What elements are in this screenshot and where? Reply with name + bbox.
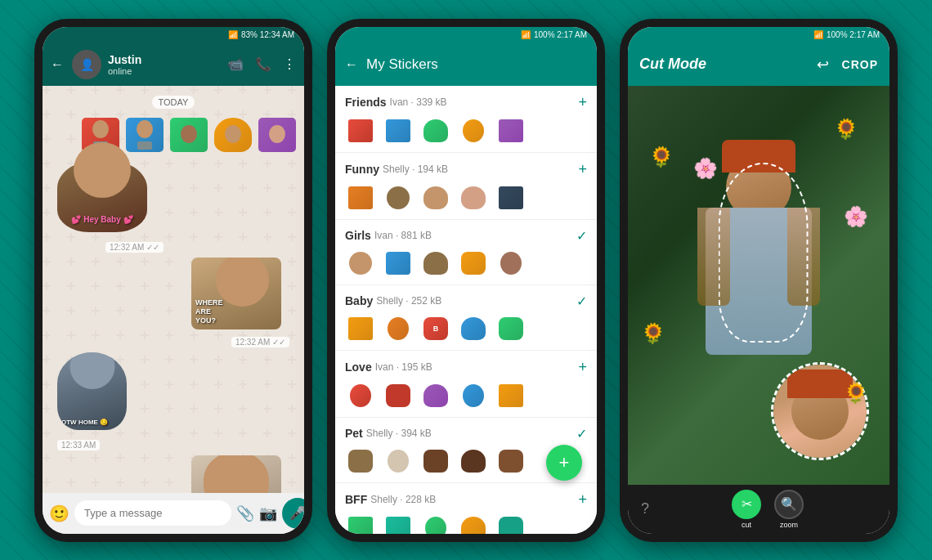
person-body (706, 208, 812, 355)
mini-sticker (383, 448, 414, 474)
back-icon[interactable]: ← (51, 57, 64, 72)
signal-icon-2: 📶 (521, 30, 531, 39)
attach-icon[interactable]: 📎 (236, 504, 254, 522)
contact-status: online (108, 66, 221, 76)
mini-sticker (495, 448, 526, 474)
cut-icon[interactable]: ✂ (732, 490, 761, 519)
status-bar-1: 📶 83% 12:34 AM (43, 27, 304, 43)
mini-sticker (383, 118, 414, 144)
fab-button[interactable]: + (546, 445, 582, 481)
mini-sticker (458, 250, 489, 276)
mini-sticker (345, 185, 376, 211)
otw-sticker-msg: OTW HOME 😏 12:33 AM (57, 352, 139, 450)
hat-brim (722, 140, 795, 172)
pack-info-funny: Shelly · 194 kB (383, 164, 448, 175)
pack-check-girls[interactable]: ✓ (576, 228, 587, 244)
voice-call-icon[interactable]: 📞 (255, 56, 271, 72)
emoji-icon[interactable]: 🙂 (49, 504, 69, 523)
zoom-button[interactable]: 🔍 zoom (774, 490, 804, 529)
mini-sticker (420, 118, 451, 144)
zoomed-face (773, 365, 867, 458)
mini-sticker (383, 383, 414, 409)
msg-time-heybaby: 12:32 AM ✓✓ (105, 242, 164, 253)
mini-sticker (420, 383, 451, 409)
mini-sticker (383, 185, 414, 211)
phone-stickers: 📶 100% 2:17 AM ← My Stickers Friends Iva… (327, 19, 605, 542)
contact-name: Justin (108, 53, 221, 66)
pack-add-friends[interactable]: + (578, 94, 587, 111)
sticker-hey-baby: 💕 Hey Baby 💕 (57, 159, 164, 240)
pack-add-funny[interactable]: + (578, 161, 587, 178)
pack-add-bff[interactable]: + (578, 491, 587, 508)
avatar: 👤 (72, 50, 101, 79)
pack-stickers-friends (345, 118, 587, 144)
sticker-pack-friends[interactable]: Friends Ivan · 339 kB + (335, 86, 597, 153)
mini-sticker: B (420, 316, 451, 342)
pack-add-love[interactable]: + (578, 359, 587, 376)
pack-name-baby: Baby (345, 294, 373, 307)
contact-info: Justin online (108, 53, 221, 76)
mini-sticker (495, 383, 526, 409)
photo-area: 🌻 🌻 🌸 🌻 🌸 (628, 86, 889, 485)
stickers-title: My Stickers (366, 56, 438, 73)
pack-stickers-baby: B (345, 316, 587, 342)
mini-sticker (383, 316, 414, 342)
person-in-photo (689, 146, 828, 383)
mini-sticker (495, 185, 526, 211)
signal-icon-3: 📶 (813, 30, 823, 39)
stickers-header: ← My Stickers (335, 43, 597, 86)
sticker-pack-girls[interactable]: Girls Ivan · 881 kB ✓ (335, 220, 597, 285)
face-zoom (791, 383, 849, 440)
undo-button[interactable]: ↩ (817, 56, 829, 74)
cut-mode-title: Cut Mode (639, 56, 817, 73)
pack-check-baby[interactable]: ✓ (576, 293, 587, 309)
status-bar-3: 📶 100% 2:17 AM (628, 27, 889, 43)
mini-sticker (420, 448, 451, 474)
video-call-icon[interactable]: 📹 (227, 56, 244, 72)
msg-time-otw: 12:33 AM (57, 440, 100, 450)
mini-sticker (345, 118, 376, 144)
zoom-icon[interactable]: 🔍 (774, 490, 804, 519)
message-input[interactable] (74, 500, 231, 526)
mini-sticker (345, 250, 376, 276)
mini-sticker (458, 448, 489, 474)
pack-stickers-bff (345, 515, 587, 534)
battery-text-3: 100% 2:17 AM (827, 30, 880, 39)
camera-icon[interactable]: 📷 (259, 504, 277, 522)
pack-stickers-love (345, 383, 587, 409)
sticker-item (124, 117, 165, 154)
battery-text: 83% 12:34 AM (241, 30, 294, 39)
sunflower-2: 🌻 (834, 118, 858, 141)
sunflower-4: 🌻 (641, 322, 665, 345)
sticker-guess: GUESS WHAT?? (191, 455, 289, 493)
pack-info-baby: Shelly · 252 kB (376, 295, 441, 307)
pack-stickers-girls (345, 250, 587, 276)
pack-name-love: Love (345, 361, 372, 374)
pack-name-girls: Girls (345, 229, 371, 242)
pack-info-pet: Shelly · 394 kB (366, 428, 432, 439)
date-badge: TODAY (152, 96, 195, 109)
pack-check-pet[interactable]: ✓ (576, 426, 587, 441)
sticker-pack-love[interactable]: Love Ivan · 195 kB + (335, 351, 597, 418)
crop-button[interactable]: CROP (842, 58, 878, 71)
help-icon[interactable]: ? (641, 500, 649, 517)
pack-info-friends: Ivan · 339 kB (390, 96, 447, 108)
cut-button-action[interactable]: ✂ cut (732, 490, 761, 529)
menu-icon[interactable]: ⋮ (283, 56, 296, 72)
chat-body: TODAY (43, 86, 304, 493)
sticker-pack-baby[interactable]: Baby Shelly · 252 kB ✓ B (335, 285, 597, 351)
sunflower-6: 🌻 (844, 382, 868, 405)
where-sticker-msg: WHEREAREYOU? 12:32 AM ✓✓ (191, 258, 289, 347)
sticker-where: WHEREAREYOU? (191, 258, 289, 335)
cut-body: 🌻 🌻 🌸 🌻 🌸 (628, 86, 889, 485)
pack-name-bff: BFF (345, 493, 367, 506)
pack-info-girls: Ivan · 881 kB (374, 230, 432, 241)
mini-sticker (495, 250, 526, 276)
mic-button[interactable]: 🎤 (282, 498, 304, 529)
mini-sticker (345, 316, 376, 342)
mini-sticker (420, 185, 451, 211)
back-icon-2[interactable]: ← (345, 57, 358, 72)
sticker-pack-funny[interactable]: Funny Shelly · 194 kB + (335, 153, 597, 220)
sticker-otw: OTW HOME 😏 (57, 352, 139, 438)
sticker-pack-bff[interactable]: BFF Shelly · 228 kB + (335, 483, 597, 534)
